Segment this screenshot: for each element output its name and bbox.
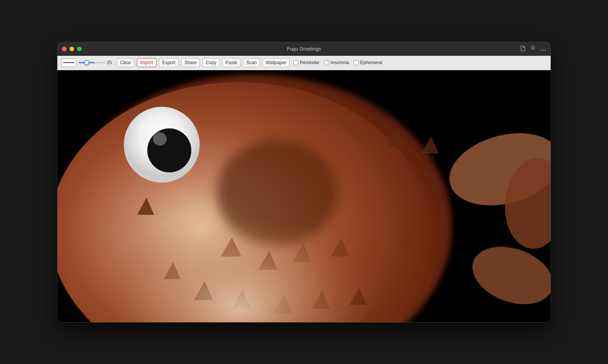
slider-value: 25 xyxy=(107,60,114,65)
svg-point-11 xyxy=(153,132,167,146)
checkbox-group: Reminder Insomnia Ephemeral xyxy=(293,60,382,65)
insomnia-checkbox[interactable] xyxy=(324,60,329,65)
svg-point-2 xyxy=(545,49,546,50)
paste-button[interactable]: Paste xyxy=(222,58,241,67)
maximize-button[interactable] xyxy=(77,47,82,51)
fugu-image xyxy=(57,70,551,322)
svg-point-0 xyxy=(541,49,542,50)
copy-button[interactable]: Copy xyxy=(202,58,220,67)
insomnia-label: Insomnia xyxy=(331,60,349,65)
titlebar-actions xyxy=(520,46,546,52)
more-options-icon[interactable] xyxy=(540,46,546,52)
app-window: Fugu Greetings xyxy=(57,42,551,323)
svg-point-10 xyxy=(147,128,192,172)
import-button[interactable]: Import xyxy=(137,58,157,67)
slider-container: 25 xyxy=(79,60,114,65)
pen-preview xyxy=(61,58,76,67)
export-button[interactable]: Export xyxy=(159,58,179,67)
reminder-label: Reminder xyxy=(300,60,320,65)
size-slider[interactable] xyxy=(79,62,105,63)
ephemeral-checkbox-label[interactable]: Ephemeral xyxy=(354,60,382,65)
new-document-icon[interactable] xyxy=(520,46,526,52)
toolbar: 25 Clear Import Export Share Copy Paste … xyxy=(57,56,551,70)
close-button[interactable] xyxy=(62,47,66,51)
traffic-lights xyxy=(62,47,82,51)
insomnia-checkbox-label[interactable]: Insomnia xyxy=(324,60,349,65)
minimize-button[interactable] xyxy=(70,47,74,51)
scan-button[interactable]: Scan xyxy=(243,58,260,67)
share-button[interactable]: Share xyxy=(181,58,200,67)
svg-point-1 xyxy=(543,49,544,50)
ephemeral-label: Ephemeral xyxy=(360,60,382,65)
reminder-checkbox[interactable] xyxy=(293,60,298,65)
pen-line xyxy=(63,62,74,63)
titlebar: Fugu Greetings xyxy=(57,42,551,56)
extensions-icon[interactable] xyxy=(530,46,536,52)
wallpaper-button[interactable]: Wallpaper xyxy=(262,58,290,67)
canvas-area[interactable] xyxy=(57,70,551,322)
reminder-checkbox-label[interactable]: Reminder xyxy=(293,60,320,65)
window-title: Fugu Greetings xyxy=(287,46,321,52)
clear-button[interactable]: Clear xyxy=(117,58,135,67)
ephemeral-checkbox[interactable] xyxy=(354,60,359,65)
